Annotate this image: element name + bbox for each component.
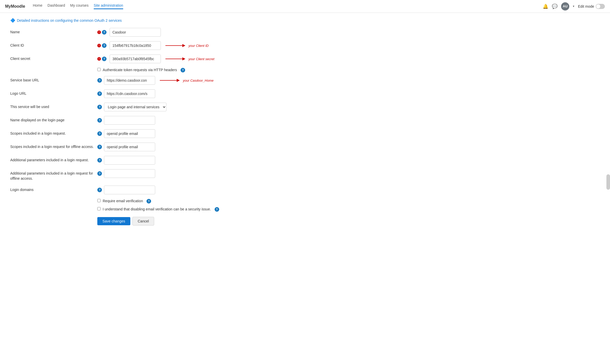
require-email-row: Require email verification ? — [10, 199, 297, 204]
help-icon-name[interactable]: ? — [102, 30, 107, 35]
help-icon-service-used[interactable]: ? — [97, 105, 102, 109]
require-email-checkbox[interactable] — [97, 199, 101, 202]
logo-url-input[interactable] — [104, 89, 155, 98]
nav-site-administration[interactable]: Site administration — [94, 3, 123, 9]
help-icon-scopes-offline[interactable]: ? — [97, 145, 102, 149]
client-secret-annotation: your Client secret — [165, 56, 214, 61]
additional-login-row: Additional parameters included in a logi… — [10, 156, 297, 165]
scopes-login-row: Scopes included in a login request. ? — [10, 129, 297, 138]
client-id-annotation: your Client ID — [165, 43, 209, 48]
client-id-input[interactable] — [110, 41, 161, 50]
help-icon-scopes-login[interactable]: ? — [97, 131, 102, 136]
help-icon-additional-offline[interactable]: ? — [97, 171, 102, 176]
additional-login-input[interactable] — [104, 156, 155, 165]
arrow-svg-service-base-url — [160, 78, 180, 83]
require-email-inner: Require email verification ? — [97, 199, 151, 204]
understand-label: I understand that disabling email verifi… — [103, 207, 211, 211]
service-used-field-wrap: ? Login page and internal servicesLogin … — [97, 103, 297, 111]
understand-inner: I understand that disabling email verifi… — [97, 207, 219, 212]
help-icon-login-domains[interactable]: ? — [97, 188, 102, 192]
scopes-login-input[interactable] — [104, 129, 155, 138]
top-navigation: MyMoodle Home Dashboard My courses Site … — [0, 0, 610, 13]
service-base-url-annotation-text: your Casdoor_Home — [183, 79, 214, 82]
scopes-login-field-wrap: ? — [97, 129, 297, 138]
service-base-url-input[interactable] — [104, 76, 155, 85]
avatar-caret-icon[interactable]: ▾ — [573, 5, 574, 8]
buttons-row: Save changes Cancel — [10, 217, 297, 226]
client-id-label: Client ID — [10, 41, 97, 48]
name-input[interactable] — [110, 28, 161, 37]
nav-home[interactable]: Home — [33, 3, 42, 9]
avatar[interactable]: AU — [561, 2, 569, 10]
authenticate-row: Authenticate token requests via HTTP hea… — [10, 68, 297, 72]
scopes-offline-input[interactable] — [104, 143, 155, 151]
additional-login-field-wrap: ? — [97, 156, 297, 165]
client-id-annotation-text: your Client ID — [188, 44, 209, 48]
client-id-row: Client ID ! ? your Client ID — [10, 41, 297, 50]
login-domains-input[interactable] — [104, 186, 155, 194]
scrollbar[interactable] — [606, 174, 610, 190]
service-used-row: This service will be used ? Login page a… — [10, 103, 297, 111]
edit-mode-toggle[interactable] — [596, 4, 605, 9]
client-secret-row: Client secret ! ? your Client secret — [10, 55, 297, 63]
authenticate-label: Authenticate token requests via HTTP hea… — [103, 68, 177, 72]
name-icons: ! ? — [97, 30, 107, 35]
info-icon: 🔷 — [10, 18, 15, 23]
messages-icon[interactable]: 💬 — [552, 4, 558, 9]
arrow-svg-client-id — [165, 43, 186, 48]
logo-url-label: Logo URL — [10, 89, 97, 96]
name-login-label: Name displayed on the login page — [10, 116, 97, 123]
name-label: Name — [10, 28, 97, 35]
logo-url-row: Logo URL ? — [10, 89, 297, 98]
help-icon-additional-login[interactable]: ? — [97, 158, 102, 163]
help-icon-understand[interactable]: ? — [215, 207, 219, 212]
additional-offline-label: Additional parameters included in a logi… — [10, 169, 97, 181]
understand-checkbox[interactable] — [97, 207, 101, 210]
client-secret-input[interactable] — [110, 55, 161, 63]
required-icon: ! — [97, 30, 101, 34]
service-base-url-label: Service base URL — [10, 76, 97, 83]
service-used-select[interactable]: Login page and internal servicesLogin pa… — [104, 103, 166, 111]
login-domains-label: Login domains — [10, 186, 97, 192]
authenticate-checkbox[interactable] — [97, 68, 101, 71]
cancel-button[interactable]: Cancel — [132, 217, 154, 226]
require-email-label: Require email verification — [103, 199, 143, 203]
login-domains-row: Login domains ? — [10, 186, 297, 194]
additional-offline-input[interactable] — [104, 169, 155, 178]
help-icon-name-login[interactable]: ? — [97, 118, 102, 123]
brand-logo[interactable]: MyMoodle — [5, 4, 25, 9]
client-secret-field-wrap: ! ? your Client secret — [97, 55, 297, 63]
info-link[interactable]: Detailed instructions on configuring the… — [17, 18, 122, 23]
nav-links: Home Dashboard My courses Site administr… — [33, 3, 543, 9]
client-id-field-wrap: ! ? your Client ID — [97, 41, 297, 50]
name-login-input[interactable] — [104, 116, 155, 125]
name-field-wrap: ! ? — [97, 28, 297, 37]
notifications-icon[interactable]: 🔔 — [543, 4, 548, 9]
name-login-field-wrap: ? — [97, 116, 297, 125]
login-domains-field-wrap: ? — [97, 186, 297, 194]
service-used-label: This service will be used — [10, 103, 97, 110]
scopes-offline-label: Scopes included in a login request for o… — [10, 143, 97, 149]
topnav-right: 🔔 💬 AU ▾ Edit mode — [543, 2, 605, 10]
scopes-offline-field-wrap: ? — [97, 143, 297, 151]
name-login-row: Name displayed on the login page ? — [10, 116, 297, 125]
help-icon-client-id[interactable]: ? — [102, 43, 107, 48]
help-icon-logo-url[interactable]: ? — [97, 91, 102, 96]
client-id-icons: ! ? — [97, 43, 107, 48]
edit-mode-label: Edit mode — [578, 4, 605, 9]
help-icon-require-email[interactable]: ? — [146, 199, 151, 204]
logo-url-field-wrap: ? — [97, 89, 297, 98]
help-icon-service-base-url[interactable]: ? — [97, 78, 102, 83]
nav-dashboard[interactable]: Dashboard — [48, 3, 65, 9]
understand-row: I understand that disabling email verifi… — [10, 207, 297, 212]
save-button[interactable]: Save changes — [97, 217, 130, 225]
nav-my-courses[interactable]: My courses — [70, 3, 89, 9]
help-icon-client-secret[interactable]: ? — [102, 57, 107, 61]
help-icon-authenticate[interactable]: ? — [181, 68, 185, 72]
client-secret-label: Client secret — [10, 55, 97, 61]
arrow-svg-client-secret — [165, 56, 186, 61]
additional-offline-field-wrap: ? — [97, 169, 297, 178]
service-base-url-row: Service base URL ? your Casdoor_Home — [10, 76, 297, 85]
scopes-login-label: Scopes included in a login request. — [10, 129, 97, 136]
authenticate-inner: Authenticate token requests via HTTP hea… — [97, 68, 185, 72]
